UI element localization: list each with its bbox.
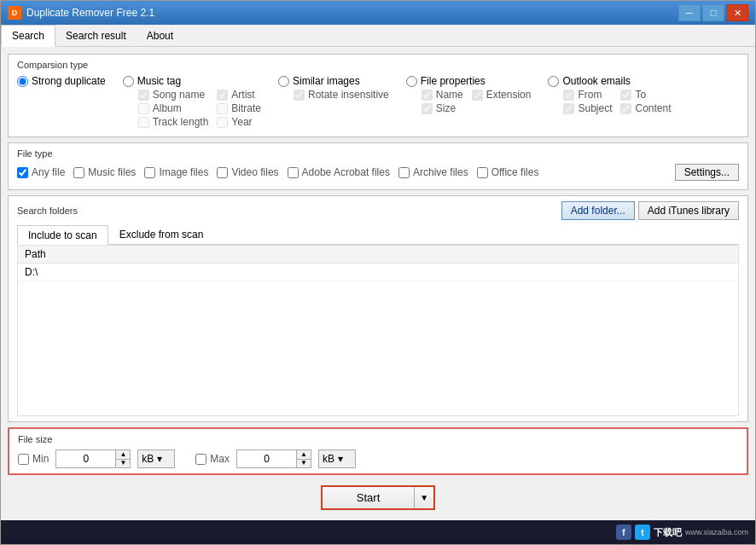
chk-rotate[interactable]	[294, 90, 305, 101]
close-button[interactable]: ✕	[726, 4, 748, 21]
chk-extension-label[interactable]: Extension	[472, 89, 532, 101]
chk-size-label[interactable]: Size	[422, 102, 463, 114]
radio-outlook[interactable]	[548, 76, 559, 87]
folder-tabs: Include to scan Exclude from scan	[17, 225, 739, 245]
chk-content-label[interactable]: Content	[620, 102, 671, 114]
chk-officefiles[interactable]	[477, 167, 488, 178]
radio-properties[interactable]	[406, 76, 417, 87]
chk-album-label[interactable]: Album	[138, 102, 209, 114]
chk-anyfile-label[interactable]: Any file	[17, 166, 65, 178]
properties-suboptions: Name Extension Size	[422, 89, 532, 114]
main-window: D Duplicate Remover Free 2.1 ─ □ ✕ Searc…	[0, 0, 756, 545]
min-spinbox: ▲ ▼	[55, 449, 131, 468]
chk-musicfiles-label[interactable]: Music files	[73, 166, 136, 178]
chk-to-label[interactable]: To	[620, 89, 671, 101]
radio-properties-label[interactable]: File properties	[406, 75, 532, 87]
chk-to[interactable]	[620, 90, 631, 101]
chk-year-label[interactable]: Year	[217, 116, 261, 128]
radio-outlook-label[interactable]: Outlook emails	[548, 75, 671, 87]
min-value-input[interactable]	[55, 449, 115, 468]
comparison-types: Strong duplicate Music tag Song name	[17, 75, 739, 128]
radio-images-label[interactable]: Similar images	[278, 75, 389, 87]
folders-table: Path D:\	[17, 245, 739, 416]
max-unit-dropdown[interactable]: kB ▾	[318, 449, 356, 468]
window-controls: ─ □ ✕	[678, 4, 748, 21]
tab-search-result[interactable]: Search result	[55, 25, 137, 46]
chk-track-length-label[interactable]: Track length	[138, 116, 209, 128]
min-unit-dropdown[interactable]: kB ▾	[137, 449, 175, 468]
chk-min[interactable]	[18, 454, 29, 465]
comparison-images: Similar images Rotate insensitive	[278, 75, 389, 101]
chk-videofiles-label[interactable]: Video files	[217, 166, 278, 178]
chk-name[interactable]	[422, 90, 433, 101]
folders-buttons: Add folder... Add iTunes library	[561, 201, 739, 220]
chk-track-length[interactable]	[138, 117, 149, 128]
chk-anyfile[interactable]	[17, 167, 28, 178]
comparison-properties: File properties Name Extension	[406, 75, 532, 114]
filesize-row: Min ▲ ▼ kB ▾ Max	[18, 449, 738, 468]
max-spin-up[interactable]: ▲	[297, 450, 311, 460]
chk-subject[interactable]	[563, 103, 574, 114]
chk-subject-label[interactable]: Subject	[563, 102, 612, 114]
minimize-button[interactable]: ─	[678, 4, 701, 21]
chk-from-label[interactable]: From	[563, 89, 612, 101]
chk-imagefiles-label[interactable]: Image files	[144, 166, 208, 178]
images-suboptions: Rotate insensitive	[294, 89, 389, 101]
tab-exclude[interactable]: Exclude from scan	[108, 225, 215, 244]
tab-search[interactable]: Search	[1, 25, 55, 47]
window-title: Duplicate Remover Free 2.1	[26, 7, 678, 19]
chk-musicfiles[interactable]	[73, 167, 84, 178]
min-spin-up[interactable]: ▲	[116, 450, 130, 460]
tab-include[interactable]: Include to scan	[17, 225, 108, 245]
chk-bitrate-label[interactable]: Bitrate	[217, 102, 261, 114]
chk-artist[interactable]	[217, 90, 228, 101]
chk-adobefiles-label[interactable]: Adobe Acrobat files	[288, 166, 390, 178]
chk-videofiles[interactable]	[217, 167, 228, 178]
radio-music[interactable]	[123, 76, 134, 87]
chk-extension[interactable]	[472, 90, 483, 101]
chk-year[interactable]	[217, 117, 228, 128]
tab-about[interactable]: About	[137, 25, 183, 46]
chk-bitrate[interactable]	[217, 103, 228, 114]
watermark-bar: f t 下载吧 www.xiazaiba.com	[1, 520, 755, 544]
chk-max[interactable]	[195, 454, 206, 465]
radio-images[interactable]	[278, 76, 289, 87]
filetype-row: Any file Music files Image files Video f…	[17, 164, 739, 181]
chk-from[interactable]	[563, 90, 574, 101]
chk-song-name[interactable]	[138, 90, 149, 101]
comparison-outlook: Outlook emails From To Sub	[548, 75, 671, 114]
max-spin-down[interactable]: ▼	[297, 460, 311, 468]
chk-officefiles-label[interactable]: Office files	[477, 166, 539, 178]
chk-archivefiles[interactable]	[398, 167, 410, 178]
add-folder-button[interactable]: Add folder...	[561, 201, 635, 220]
chevron-down-icon: ▾	[157, 453, 162, 465]
chk-artist-label[interactable]: Artist	[217, 89, 261, 101]
chk-song-name-label[interactable]: Song name	[138, 89, 209, 101]
chk-adobefiles[interactable]	[288, 167, 299, 178]
radio-music-label[interactable]: Music tag	[123, 75, 261, 87]
maximize-button[interactable]: □	[702, 4, 724, 21]
chk-imagefiles[interactable]	[144, 167, 155, 178]
chk-size[interactable]	[422, 103, 433, 114]
start-dropdown-button[interactable]: ▼	[415, 487, 433, 508]
twitter-icon: t	[635, 525, 650, 540]
chk-archivefiles-label[interactable]: Archive files	[398, 166, 468, 178]
settings-button[interactable]: Settings...	[675, 164, 739, 181]
start-button-wrap: Start ▼	[321, 485, 435, 510]
chk-content[interactable]	[620, 103, 631, 114]
menu-bar: Search Search result About	[1, 25, 755, 47]
outlook-suboptions: From To Subject Content	[563, 89, 671, 114]
filetype-section: File type Any file Music files Image fil…	[8, 142, 748, 190]
add-itunes-button[interactable]: Add iTunes library	[638, 201, 739, 220]
comparison-title: Comparsion type	[17, 60, 739, 70]
chk-min-label[interactable]: Min	[18, 453, 49, 465]
radio-strong-label[interactable]: Strong duplicate	[17, 75, 106, 87]
max-value-input[interactable]	[236, 449, 296, 468]
start-button[interactable]: Start	[323, 487, 415, 508]
chk-rotate-label[interactable]: Rotate insensitive	[294, 89, 389, 101]
min-spin-down[interactable]: ▼	[116, 460, 130, 468]
chk-name-label[interactable]: Name	[422, 89, 463, 101]
chk-max-label[interactable]: Max	[195, 453, 230, 465]
radio-strong[interactable]	[17, 76, 28, 87]
chk-album[interactable]	[138, 103, 149, 114]
